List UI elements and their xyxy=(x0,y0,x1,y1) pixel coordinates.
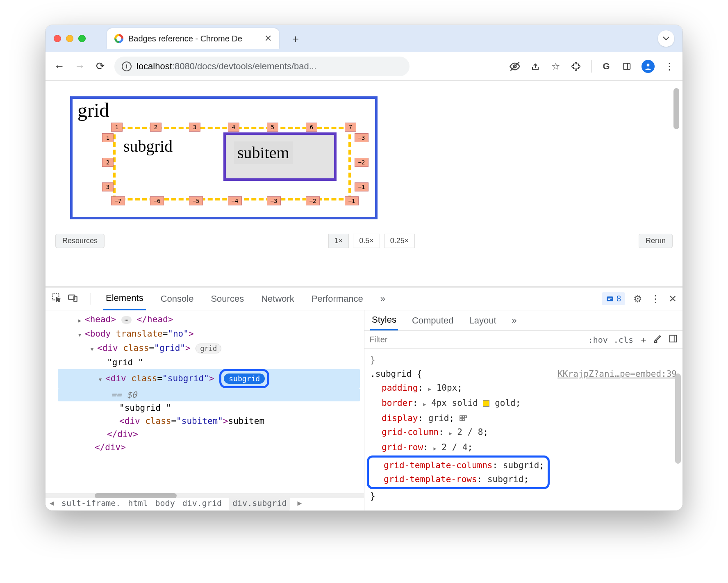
star-icon[interactable]: ☆ xyxy=(550,61,562,72)
tab-styles[interactable]: Styles xyxy=(370,310,398,330)
tab-computed[interactable]: Computed xyxy=(410,311,455,330)
crumb-grid[interactable]: div.grid xyxy=(182,496,222,510)
settings-icon[interactable]: ⚙ xyxy=(633,293,642,305)
zoom-05x-button[interactable]: 0.5× xyxy=(353,234,380,248)
profile-avatar[interactable] xyxy=(642,60,655,73)
crumb-html[interactable]: html xyxy=(128,496,148,510)
grid-line-num: 5 xyxy=(267,123,278,132)
grid-line-num: 1 xyxy=(111,123,123,132)
resources-button[interactable]: Resources xyxy=(55,234,105,248)
titlebar: Badges reference - Chrome De ✕ ＋ xyxy=(46,25,682,52)
maximize-window-button[interactable] xyxy=(78,35,86,42)
hov-toggle[interactable]: :hov xyxy=(588,335,608,345)
svg-rect-14 xyxy=(465,416,466,418)
crumb-iframe[interactable]: sult-iframe. xyxy=(61,496,121,510)
url-input[interactable]: i localhost:8080/docs/devtools/elements/… xyxy=(114,57,410,76)
zoom-025x-button[interactable]: 0.25× xyxy=(384,234,415,248)
crumb-prev-icon[interactable]: ◀ xyxy=(50,496,54,510)
crumb-subgrid[interactable]: div.subgrid xyxy=(229,496,290,510)
subitem-text: subitem xyxy=(234,141,293,164)
cls-toggle[interactable]: .cls xyxy=(614,335,633,345)
google-icon[interactable]: G xyxy=(601,61,612,72)
grid-line-num: −4 xyxy=(228,196,242,205)
tab-performance[interactable]: Performance xyxy=(309,288,366,310)
grid-line-num: −7 xyxy=(111,196,125,205)
separator xyxy=(591,60,592,73)
grid-line-num: 3 xyxy=(102,182,114,191)
tabs-dropdown-button[interactable] xyxy=(658,30,674,47)
grid-editor-icon[interactable] xyxy=(460,413,467,423)
crumb-body[interactable]: body xyxy=(155,496,175,510)
tab-network[interactable]: Network xyxy=(259,288,297,310)
grid-line-num: 3 xyxy=(189,123,200,132)
rerun-button[interactable]: Rerun xyxy=(639,234,673,248)
grid-line-num: −5 xyxy=(189,196,203,205)
styles-panel: Styles Computed Layout » :hov .cls ＋ } . xyxy=(364,310,682,510)
reload-button[interactable]: ⟳ xyxy=(94,60,107,73)
chrome-icon xyxy=(114,34,123,43)
crumb-next-icon[interactable]: ▶ xyxy=(297,496,302,510)
dom-tree-panel[interactable]: <head> ⋯ </head> <body translate="no"> <… xyxy=(46,310,364,510)
grid-text: grid xyxy=(77,99,109,121)
grid-line-num: −1 xyxy=(345,196,359,205)
close-window-button[interactable] xyxy=(54,35,61,42)
subgrid-text: subgrid xyxy=(123,137,173,156)
grid-line-num: 1 xyxy=(102,133,114,142)
tab-title: Badges reference - Chrome De xyxy=(128,34,259,43)
new-tab-button[interactable]: ＋ xyxy=(287,30,304,47)
tab-layout[interactable]: Layout xyxy=(467,311,498,330)
styles-rules[interactable]: } .subgrid {KKrajpZ?ani…pe=embed:39 padd… xyxy=(364,349,682,507)
browser-tab[interactable]: Badges reference - Chrome De ✕ xyxy=(107,28,279,49)
tab-sources[interactable]: Sources xyxy=(208,288,246,310)
tab-console[interactable]: Console xyxy=(158,288,196,310)
issues-badge[interactable]: 8 xyxy=(602,292,625,305)
address-bar: ← → ⟳ i localhost:8080/docs/devtools/ele… xyxy=(46,52,682,81)
menu-icon[interactable]: ⋮ xyxy=(651,293,660,305)
grid-line-num: −2 xyxy=(306,196,320,205)
subgrid-badge[interactable]: subgrid xyxy=(224,373,265,384)
subgrid-badge-highlight: subgrid xyxy=(219,369,269,388)
ellipsis-badge[interactable]: ⋯ xyxy=(121,316,132,324)
sidepanel-icon[interactable] xyxy=(621,61,632,72)
scrollbar-vertical[interactable] xyxy=(675,373,681,464)
breadcrumb: ◀ sult-iframe. html body div.grid div.su… xyxy=(46,495,364,510)
svg-rect-8 xyxy=(607,296,613,301)
source-link[interactable]: KKrajpZ?ani…pe=embed:39 xyxy=(557,367,677,381)
svg-rect-16 xyxy=(462,419,464,421)
page-content: grid subgrid subitem 1 2 3 4 5 6 7 −7 −6… xyxy=(46,81,682,278)
filter-input[interactable] xyxy=(369,335,582,344)
more-tabs-icon[interactable]: » xyxy=(510,311,519,330)
svg-rect-12 xyxy=(460,416,462,418)
site-info-icon[interactable]: i xyxy=(122,61,132,71)
share-icon[interactable] xyxy=(530,61,541,72)
paintbrush-icon[interactable] xyxy=(654,334,663,346)
close-tab-icon[interactable]: ✕ xyxy=(264,33,272,44)
forward-button[interactable]: → xyxy=(73,60,86,73)
device-toggle-icon[interactable] xyxy=(68,292,78,305)
grid-line-num: 6 xyxy=(306,123,317,132)
grid-line-num: −1 xyxy=(355,182,369,191)
inspect-element-icon[interactable] xyxy=(51,292,62,305)
scrollbar-vertical[interactable] xyxy=(673,88,679,129)
svg-rect-13 xyxy=(462,416,464,418)
selected-node[interactable]: <div class="subgrid"> subgrid xyxy=(58,369,360,388)
grid-line-num: −3 xyxy=(267,196,281,205)
color-swatch[interactable] xyxy=(483,400,489,407)
new-rule-icon[interactable]: ＋ xyxy=(639,334,648,346)
zoom-1x-button[interactable]: 1× xyxy=(328,234,349,248)
back-button[interactable]: ← xyxy=(53,60,66,73)
close-devtools-icon[interactable]: ✕ xyxy=(669,293,677,305)
url-host: localhost xyxy=(136,61,172,71)
svg-rect-15 xyxy=(460,419,462,421)
extensions-icon[interactable] xyxy=(571,61,582,72)
minimize-window-button[interactable] xyxy=(66,35,73,42)
grid-line-num: 7 xyxy=(345,123,356,132)
more-tabs-icon[interactable]: » xyxy=(378,288,388,310)
grid-badge[interactable]: grid xyxy=(196,344,221,353)
computed-panel-icon[interactable] xyxy=(669,334,678,346)
eye-off-icon[interactable] xyxy=(509,61,521,72)
menu-icon[interactable]: ⋮ xyxy=(664,61,675,72)
grid-line-num: 2 xyxy=(102,158,114,167)
grid-line-num: 2 xyxy=(150,123,162,132)
tab-elements[interactable]: Elements xyxy=(103,287,146,310)
